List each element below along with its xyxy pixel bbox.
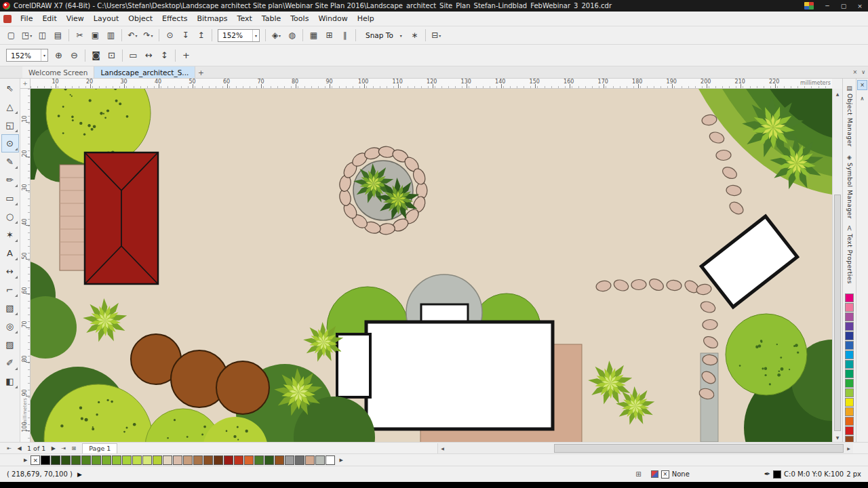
color-swatch[interactable] xyxy=(845,350,854,359)
palette-scroll-icon[interactable]: ▶ xyxy=(24,458,27,463)
rectangle-tool[interactable]: ▭ xyxy=(2,190,18,207)
palette-flyout-icon[interactable]: ▶ xyxy=(339,458,342,463)
color-swatch[interactable] xyxy=(845,360,854,369)
color-swatch[interactable] xyxy=(845,379,854,388)
propbar-zoom-to-page-width-button[interactable]: ↔ xyxy=(142,49,156,62)
toolbar-cut-button[interactable]: ✂ xyxy=(73,28,87,42)
color-swatch[interactable] xyxy=(92,455,101,465)
toolbar-application-launcher-button[interactable]: ◈▾ xyxy=(269,28,283,42)
toolbar-print-button[interactable]: ▤ xyxy=(51,28,65,42)
text-tool[interactable]: A xyxy=(2,245,18,262)
page-tab[interactable]: Page 1 xyxy=(82,443,117,453)
color-swatch[interactable] xyxy=(142,455,152,465)
menu-edit[interactable]: Edit xyxy=(37,12,61,25)
color-swatch[interactable] xyxy=(845,369,854,378)
color-swatch[interactable] xyxy=(234,455,243,465)
contour-tool[interactable]: ◎ xyxy=(2,318,18,335)
parallel-dimension-tool[interactable]: ↔ xyxy=(2,263,18,280)
color-swatch[interactable] xyxy=(295,455,304,465)
color-swatch[interactable] xyxy=(61,455,71,465)
color-swatch[interactable] xyxy=(845,312,854,321)
toolbar-welcome-screen-button[interactable]: ◍ xyxy=(285,28,299,42)
horizontal-scrollbar[interactable]: ◀ ▶ xyxy=(437,443,853,453)
menu-table[interactable]: Table xyxy=(257,12,285,25)
color-swatch[interactable] xyxy=(845,331,854,340)
color-swatch[interactable] xyxy=(254,455,264,465)
next-page-button[interactable]: ▶ xyxy=(48,443,58,453)
color-swatch[interactable] xyxy=(51,455,60,465)
vertical-scroll-thumb[interactable] xyxy=(834,195,841,431)
color-swatch[interactable] xyxy=(305,455,315,465)
color-swatch[interactable] xyxy=(224,455,233,465)
previous-page-button[interactable]: ◀ xyxy=(14,443,24,453)
last-page-button[interactable]: ⇥ xyxy=(58,443,68,453)
menu-help[interactable]: Help xyxy=(353,12,379,25)
ellipse-tool[interactable]: ○ xyxy=(2,208,18,225)
toolbar-redo-button[interactable]: ↷▾ xyxy=(141,28,155,42)
polygon-tool[interactable]: ✶ xyxy=(2,226,18,243)
color-swatch[interactable] xyxy=(845,388,854,397)
chevron-down-icon[interactable]: ▾ xyxy=(252,30,257,41)
interactive-fill-tool[interactable]: ◧ xyxy=(2,373,18,390)
toolbar-save-button[interactable]: ◫ xyxy=(35,28,50,42)
toolbar-options-button[interactable]: ∗ xyxy=(408,28,422,42)
horizontal-ruler[interactable]: millimeters 1020304050607080901001101201… xyxy=(31,79,832,89)
toolbar-show-grid-button[interactable]: ⊞ xyxy=(322,28,336,42)
toolbar-show-rulers-button[interactable]: ▦ xyxy=(307,28,321,42)
menu-window[interactable]: Window xyxy=(313,12,352,25)
color-swatch[interactable] xyxy=(112,455,121,465)
toolbar-zoom-level[interactable]: 152%▾ xyxy=(218,29,260,42)
toolbar-show-guidelines-button[interactable]: ∥ xyxy=(338,28,352,42)
vertical-ruler[interactable]: millimeters 102030405060708090100 xyxy=(20,89,31,442)
menu-file[interactable]: File xyxy=(16,12,37,25)
menu-effects[interactable]: Effects xyxy=(157,12,192,25)
docker-tab-symbol-manager[interactable]: ◈Symbol Manager xyxy=(846,154,853,219)
color-swatch[interactable] xyxy=(203,455,213,465)
color-swatch[interactable] xyxy=(81,455,91,465)
toolbar-search-content-button[interactable]: ⊙ xyxy=(163,28,177,42)
color-swatch[interactable] xyxy=(183,455,193,465)
menu-object[interactable]: Object xyxy=(123,12,157,25)
new-tab-button[interactable]: + xyxy=(195,66,206,78)
connector-tool[interactable]: ⌐ xyxy=(2,281,18,298)
chevron-down-icon[interactable]: ▾ xyxy=(398,29,402,42)
shape-tool[interactable]: △ xyxy=(2,98,18,115)
color-swatch[interactable] xyxy=(845,417,854,426)
color-swatch[interactable] xyxy=(163,455,172,465)
menu-text[interactable]: Text xyxy=(233,12,257,25)
toolbar-copy-button[interactable]: ▣ xyxy=(88,28,102,42)
color-swatch[interactable] xyxy=(315,455,325,465)
site-plan-svg[interactable] xyxy=(31,89,832,442)
add-page-button[interactable]: ⊞ xyxy=(68,443,79,453)
color-swatch[interactable] xyxy=(845,322,854,331)
coords-flyout-icon[interactable]: ▶ xyxy=(77,471,82,478)
color-swatch[interactable] xyxy=(845,341,854,350)
zoom-tool[interactable]: ⊙ xyxy=(2,135,18,152)
ruler-origin[interactable]: + xyxy=(20,79,31,89)
color-swatch[interactable] xyxy=(845,303,854,312)
scroll-up-icon[interactable]: ▲ xyxy=(833,89,842,98)
color-swatch[interactable] xyxy=(326,455,335,465)
scroll-down-icon[interactable]: ▼ xyxy=(833,432,842,442)
maximize-button[interactable]: ▢ xyxy=(835,1,852,11)
toolbar-import-button[interactable]: ↧ xyxy=(178,28,193,42)
vertical-scrollbar[interactable]: ▲ ▼ xyxy=(832,89,842,442)
menu-view[interactable]: View xyxy=(62,12,89,25)
color-swatch[interactable] xyxy=(41,455,50,465)
menu-layout[interactable]: Layout xyxy=(89,12,123,25)
document-tab[interactable]: Welcome Screen xyxy=(22,66,94,78)
color-swatch[interactable] xyxy=(193,455,203,465)
first-page-button[interactable]: ⇤ xyxy=(4,443,14,453)
color-swatch[interactable] xyxy=(845,293,854,302)
propbar-zoom-levels[interactable]: 152%▾ xyxy=(6,49,48,62)
propbar-zoom-in-button[interactable]: ⊕ xyxy=(52,49,66,62)
close-button[interactable]: × xyxy=(852,1,868,11)
color-grid-icon[interactable] xyxy=(804,2,814,9)
menu-bitmaps[interactable]: Bitmaps xyxy=(192,12,232,25)
toolbar-snap-to[interactable]: Snap To▾ xyxy=(361,29,404,42)
toolbar-undo-button[interactable]: ↶▾ xyxy=(125,28,140,42)
color-swatch[interactable]: × xyxy=(31,455,40,465)
menu-tools[interactable]: Tools xyxy=(285,12,313,25)
toolbar-export-button[interactable]: ↥ xyxy=(194,28,208,42)
color-swatch[interactable] xyxy=(244,455,254,465)
